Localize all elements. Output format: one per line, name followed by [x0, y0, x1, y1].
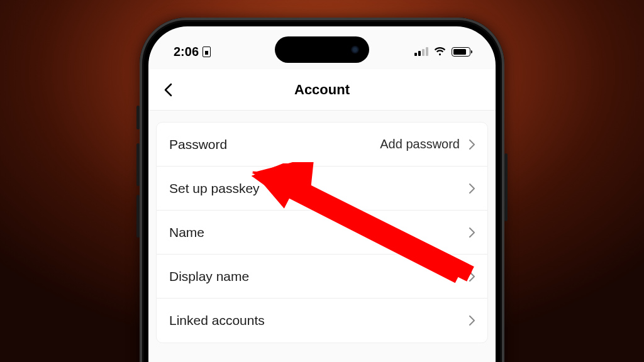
- phone-side-button: [136, 106, 140, 129]
- chevron-right-icon: [469, 227, 475, 238]
- phone-volume-up: [136, 143, 140, 186]
- dynamic-island: [275, 36, 369, 63]
- nav-header: Account: [148, 69, 496, 111]
- phone-screen: 2:06 Account: [148, 26, 496, 362]
- status-right: [414, 47, 470, 57]
- sim-icon: [203, 47, 211, 57]
- chevron-right-icon: [469, 139, 475, 150]
- phone-power-button: [504, 153, 508, 221]
- password-row[interactable]: Password Add password: [157, 123, 487, 167]
- display-name-row[interactable]: Display name: [157, 255, 487, 299]
- row-label: Display name: [169, 269, 469, 284]
- name-row[interactable]: Name: [157, 211, 487, 255]
- chevron-left-icon: [164, 83, 172, 97]
- cellular-signal-icon: [414, 47, 428, 56]
- row-label: Name: [169, 225, 469, 240]
- row-label: Linked accounts: [169, 313, 469, 328]
- phone-frame: 2:06 Account: [140, 18, 504, 362]
- linked-accounts-row[interactable]: Linked accounts: [157, 299, 487, 343]
- screen-content: Account Password Add password Set up pas…: [148, 69, 496, 362]
- battery-icon: [452, 47, 470, 57]
- chevron-right-icon: [469, 183, 475, 194]
- status-left: 2:06: [174, 45, 211, 59]
- wifi-icon: [433, 47, 447, 57]
- page-title: Account: [294, 82, 350, 98]
- back-button[interactable]: [160, 79, 176, 101]
- row-label: Set up passkey: [169, 181, 469, 196]
- row-value: Add password: [380, 137, 460, 151]
- phone-volume-down: [136, 195, 140, 238]
- set-up-passkey-row[interactable]: Set up passkey: [157, 167, 487, 211]
- chevron-right-icon: [469, 315, 475, 326]
- status-time: 2:06: [174, 45, 199, 59]
- chevron-right-icon: [469, 271, 475, 282]
- row-label: Password: [169, 137, 380, 152]
- settings-list: Password Add password Set up passkey Nam…: [156, 122, 488, 343]
